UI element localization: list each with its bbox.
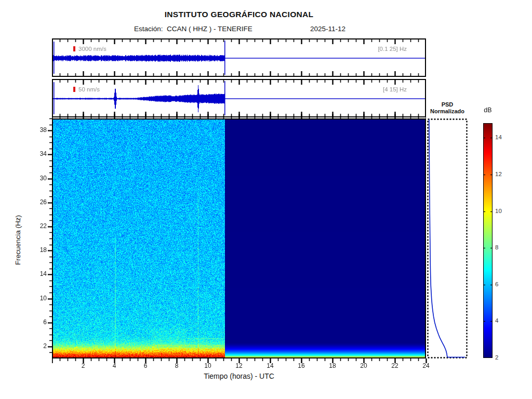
x-tick-label: 12 <box>229 362 249 369</box>
psd-panel-title: PSD Normalizado <box>426 101 469 115</box>
colorbar <box>483 123 493 358</box>
y-tick-label: 22 <box>29 222 47 230</box>
y-tick-label: 34 <box>29 150 47 157</box>
spectrogram-heatmap <box>52 118 426 358</box>
y-tick-label: 14 <box>29 270 47 277</box>
colorbar-tick-label: 14 <box>495 134 509 140</box>
x-tick-label: 22 <box>384 362 405 369</box>
y-tick-label: 30 <box>29 175 47 182</box>
scale-marker-icon <box>73 46 75 51</box>
x-tick-label: 6 <box>135 362 156 369</box>
psd-title-line2: Normalizado <box>426 108 469 115</box>
x-tick-label: 10 <box>197 362 218 369</box>
x-tick-label: 14 <box>260 362 281 369</box>
colorbar-tick-label: 2 <box>495 354 509 361</box>
y-axis-label: Frecuencia (Hz) <box>14 185 24 295</box>
colorbar-label: dB <box>480 107 496 114</box>
y-tick-label: 38 <box>29 126 47 134</box>
station-label: Estación: CCAN ( HHZ ) - TENERIFE <box>134 25 252 33</box>
seismic-spectrogram-page: INSTITUTO GEOGRÁFICO NACIONAL Estación: … <box>0 0 532 399</box>
y-tick-label: 6 <box>29 318 47 326</box>
scale-label: 3000 nm/s <box>78 46 107 52</box>
colorbar-tick-label: 12 <box>495 171 509 177</box>
y-tick-label: 2 <box>29 342 47 350</box>
page-title: INSTITUTO GEOGRÁFICO NACIONAL <box>52 10 426 19</box>
x-tick-label: 8 <box>166 362 187 369</box>
psd-title-line1: PSD <box>426 101 469 108</box>
x-tick-label: 2 <box>73 362 94 369</box>
band-label: [4 15] Hz <box>355 86 407 92</box>
y-tick-label: 26 <box>29 198 47 206</box>
colorbar-tick-label: 4 <box>495 317 509 324</box>
colorbar-tick-label: 10 <box>495 208 509 214</box>
x-tick-label: 20 <box>353 362 374 369</box>
colorbar-tick-label: 8 <box>495 244 509 250</box>
psd-curve-panel <box>427 118 468 358</box>
scale-label: 50 nm/s <box>78 86 100 92</box>
colorbar-tick-label: 6 <box>495 281 509 287</box>
x-tick-label: 4 <box>104 362 125 369</box>
band-label: [0.1 25] Hz <box>355 46 407 52</box>
scale-marker-icon <box>73 87 75 92</box>
y-tick-label: 10 <box>29 295 47 302</box>
spectrogram-top-ticks <box>52 111 426 118</box>
waveform-strip-broadband <box>52 38 426 77</box>
x-axis-label: Tiempo (horas) - UTC <box>52 372 426 380</box>
y-tick-label: 18 <box>29 246 47 254</box>
date-label: 2025-11-12 <box>310 25 345 33</box>
x-tick-label: 18 <box>322 362 343 369</box>
x-tick-label: 24 <box>416 362 436 369</box>
x-tick-label: 16 <box>291 362 312 369</box>
